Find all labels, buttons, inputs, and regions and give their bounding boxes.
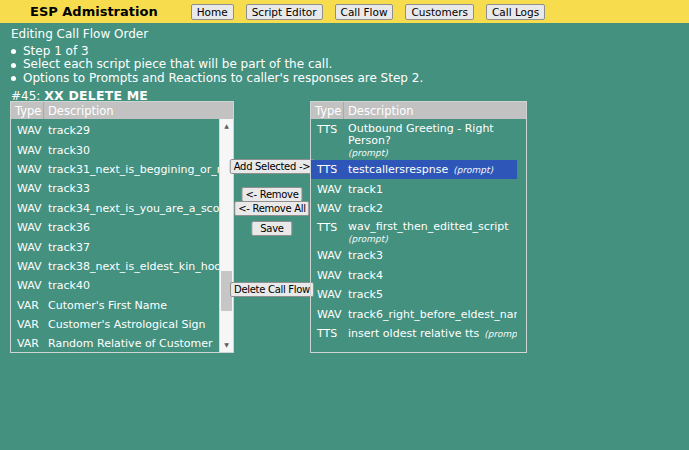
item-description: track5	[348, 288, 517, 301]
item-description-text: track36	[48, 221, 90, 234]
item-type: WAV	[317, 288, 348, 301]
item-description-text: track38_next_is_eldest_kin_hook	[48, 260, 219, 273]
list-item[interactable]: WAVtrack5	[311, 285, 517, 304]
item-description: track30	[48, 144, 219, 157]
list-item[interactable]: WAVtrack31_next_is_beggining_or_midd	[11, 160, 219, 179]
list-item[interactable]: WAVtrack34_next_is_you_are_a_scorpio	[11, 199, 219, 218]
save-button[interactable]: Save	[251, 221, 292, 236]
list-item[interactable]: TTStestcallersrespnse(prompt)	[311, 160, 517, 179]
list-item[interactable]: WAVtrack6_right_before_eldest_name_r	[311, 304, 517, 323]
list-item[interactable]: VARRandom Relative of Customer	[11, 334, 219, 352]
nav-button-customers[interactable]: Customers	[405, 4, 473, 20]
list-item[interactable]: WAVtrack29	[11, 121, 219, 140]
column-header-description: Description	[344, 104, 414, 118]
app-title: ESP Admistration	[30, 4, 158, 19]
item-type: TTS	[317, 163, 348, 176]
intro-block: Editing Call Flow Order Step 1 of 3 Sele…	[11, 27, 423, 85]
list-item[interactable]: WAVtrack4	[311, 266, 517, 285]
available-scripts-rows: WAVtrack29WAVtrack30WAVtrack31_next_is_b…	[11, 119, 219, 352]
item-type: VAR	[17, 299, 48, 312]
item-description-text: track34_next_is_you_are_a_scorpio	[48, 202, 219, 215]
nav-button-call-logs[interactable]: Call Logs	[486, 4, 545, 20]
delete-call-flow-button[interactable]: Delete Call Flow	[230, 282, 314, 297]
item-description: track1	[348, 183, 517, 196]
list-item[interactable]: VARCustomer's Astrological Sign	[11, 315, 219, 334]
add-selected-button[interactable]: Add Selected ->	[230, 159, 315, 174]
action-buttons: Add Selected -> <- Remove <- Remove All …	[236, 101, 308, 353]
list-item[interactable]: WAVtrack1	[311, 179, 517, 198]
item-description-text: track40	[48, 279, 90, 292]
call-flow-scripts-list[interactable]: Type Description TTSOutbound Greeting - …	[310, 101, 527, 353]
list-item[interactable]: WAVtrack3	[311, 246, 517, 265]
available-scripts-list[interactable]: Type Description WAVtrack29WAVtrack30WAV…	[10, 101, 234, 353]
nav: HomeScript EditorCall FlowCustomersCall …	[191, 4, 545, 20]
item-type: WAV	[317, 308, 348, 321]
item-description: track34_next_is_you_are_a_scorpio	[48, 202, 219, 215]
item-type: WAV	[17, 163, 48, 176]
item-description-text: track4	[348, 269, 383, 282]
item-description: track36	[48, 221, 219, 234]
scroll-down-icon[interactable]: ▼	[220, 338, 233, 352]
prompt-tag: (prompt)	[348, 148, 517, 158]
item-description-text: Random Relative of Customer	[48, 337, 212, 350]
list-item[interactable]: WAVtrack30	[11, 140, 219, 159]
list-item[interactable]: TTSOutbound Greeting - Right Person?(pro…	[311, 120, 517, 160]
scrollbar[interactable]: ▲ ▼	[219, 119, 233, 352]
list-item[interactable]: WAVtrack33	[11, 179, 219, 198]
item-type: VAR	[17, 337, 48, 350]
column-header-type: Type	[11, 102, 44, 119]
item-description-text: track37	[48, 241, 90, 254]
list-item[interactable]: VARCutomer's First Name	[11, 296, 219, 315]
column-header-description: Description	[44, 104, 114, 118]
list-item[interactable]: WAVtrack38_next_is_eldest_kin_hook	[11, 257, 219, 276]
item-description: track37	[48, 241, 219, 254]
item-type: WAV	[317, 183, 348, 196]
list-header: Type Description	[311, 102, 526, 119]
item-description-text: track30	[48, 144, 90, 157]
item-description-text: Outbound Greeting - Right Person?	[348, 123, 494, 147]
bullet-text: Options to Prompts and Reactions to call…	[23, 72, 423, 85]
bullet-line: Step 1 of 3	[11, 45, 423, 58]
list-item[interactable]: WAVtrack2	[311, 199, 517, 218]
item-description: insert oldest relative tts(prompt)	[348, 327, 517, 340]
item-type: WAV	[317, 249, 348, 262]
prompt-tag: (prompt)	[453, 165, 493, 175]
item-description: Customer's Astrological Sign	[48, 318, 219, 331]
item-description-text: wav_first_then_editted_script	[348, 221, 509, 233]
item-type: WAV	[17, 202, 48, 215]
list-item[interactable]: TTSwav_first_then_editted_script(prompt)	[311, 218, 517, 246]
prompt-tag: (prompt)	[348, 234, 517, 244]
item-type: WAV	[317, 202, 348, 215]
remove-all-button[interactable]: <- Remove All	[234, 201, 309, 216]
item-description-text: track1	[348, 183, 383, 196]
bullet-icon	[11, 63, 16, 68]
list-item[interactable]: WAVtrack37	[11, 237, 219, 256]
item-description: track38_next_is_eldest_kin_hook	[48, 260, 219, 273]
item-description-text: track2	[348, 202, 383, 215]
item-description: Outbound Greeting - Right Person?(prompt…	[348, 123, 517, 158]
item-description-text: track31_next_is_beggining_or_midd	[48, 163, 219, 176]
item-type: WAV	[17, 241, 48, 254]
remove-button[interactable]: <- Remove	[241, 187, 302, 202]
bullet-icon	[11, 76, 16, 81]
item-type: WAV	[17, 182, 48, 195]
item-description: track6_right_before_eldest_name_r	[348, 308, 517, 321]
nav-button-script-editor[interactable]: Script Editor	[246, 4, 323, 20]
item-description: testcallersrespnse(prompt)	[348, 163, 517, 176]
list-item[interactable]: WAVtrack40	[11, 276, 219, 295]
list-item[interactable]: TTSinsert oldest relative tts(prompt)	[311, 324, 517, 343]
bullet-text: Select each script piece that will be pa…	[23, 58, 332, 71]
list-item[interactable]: WAVtrack36	[11, 218, 219, 237]
nav-button-call-flow[interactable]: Call Flow	[335, 4, 394, 20]
item-description: track2	[348, 202, 517, 215]
item-type: VAR	[17, 318, 48, 331]
scroll-up-icon[interactable]: ▲	[220, 119, 233, 133]
item-type: TTS	[317, 123, 348, 136]
item-description-text: track29	[48, 124, 90, 137]
bullet-line: Options to Prompts and Reactions to call…	[11, 72, 423, 85]
nav-button-home[interactable]: Home	[191, 4, 234, 20]
bullet-text: Step 1 of 3	[23, 45, 89, 58]
item-description: track4	[348, 269, 517, 282]
prompt-tag: (prompt)	[484, 329, 517, 339]
item-description-text: Cutomer's First Name	[48, 299, 167, 312]
